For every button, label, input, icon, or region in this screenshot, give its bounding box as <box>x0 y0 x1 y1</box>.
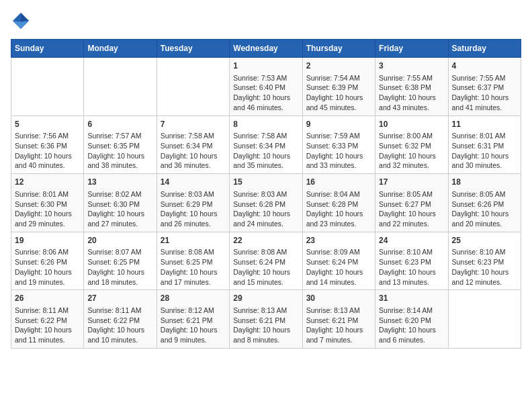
calendar-cell: 30Sunrise: 8:13 AM Sunset: 6:21 PM Dayli… <box>302 290 375 349</box>
calendar-cell: 21Sunrise: 8:08 AM Sunset: 6:25 PM Dayli… <box>157 232 229 290</box>
calendar-cell: 31Sunrise: 8:14 AM Sunset: 6:20 PM Dayli… <box>375 290 448 349</box>
calendar-cell <box>84 58 157 116</box>
day-number: 28 <box>161 293 226 304</box>
calendar-cell: 5Sunrise: 7:56 AM Sunset: 6:36 PM Daylig… <box>11 116 84 174</box>
day-number: 18 <box>452 177 517 188</box>
day-info: Sunrise: 7:59 AM Sunset: 6:33 PM Dayligh… <box>306 131 371 171</box>
calendar-week-2: 5Sunrise: 7:56 AM Sunset: 6:36 PM Daylig… <box>11 116 521 174</box>
header-friday: Friday <box>375 40 448 58</box>
day-number: 7 <box>161 119 226 130</box>
day-info: Sunrise: 8:08 AM Sunset: 6:24 PM Dayligh… <box>233 247 298 287</box>
calendar-cell: 18Sunrise: 8:05 AM Sunset: 6:26 PM Dayli… <box>448 174 521 232</box>
calendar-cell: 17Sunrise: 8:05 AM Sunset: 6:27 PM Dayli… <box>375 174 448 232</box>
header-thursday: Thursday <box>302 40 375 58</box>
calendar-cell: 15Sunrise: 8:03 AM Sunset: 6:28 PM Dayli… <box>230 174 302 232</box>
day-info: Sunrise: 8:05 AM Sunset: 6:26 PM Dayligh… <box>452 189 517 229</box>
calendar-cell: 26Sunrise: 8:11 AM Sunset: 6:22 PM Dayli… <box>11 290 84 349</box>
day-info: Sunrise: 7:55 AM Sunset: 6:38 PM Dayligh… <box>379 73 444 113</box>
day-number: 8 <box>233 119 298 130</box>
calendar-cell <box>448 290 521 349</box>
calendar-week-3: 12Sunrise: 8:01 AM Sunset: 6:30 PM Dayli… <box>11 174 521 232</box>
day-info: Sunrise: 8:00 AM Sunset: 6:32 PM Dayligh… <box>379 131 444 171</box>
day-info: Sunrise: 8:02 AM Sunset: 6:30 PM Dayligh… <box>87 189 152 229</box>
day-info: Sunrise: 8:12 AM Sunset: 6:21 PM Dayligh… <box>161 306 226 345</box>
day-number: 11 <box>452 119 517 130</box>
calendar-cell: 27Sunrise: 8:11 AM Sunset: 6:22 PM Dayli… <box>84 290 157 349</box>
day-info: Sunrise: 8:01 AM Sunset: 6:31 PM Dayligh… <box>452 131 517 171</box>
day-number: 15 <box>233 177 298 188</box>
calendar-week-1: 1Sunrise: 7:53 AM Sunset: 6:40 PM Daylig… <box>11 58 521 116</box>
day-number: 27 <box>87 293 152 304</box>
day-number: 23 <box>306 235 371 246</box>
day-info: Sunrise: 7:58 AM Sunset: 6:34 PM Dayligh… <box>233 131 298 171</box>
day-info: Sunrise: 7:57 AM Sunset: 6:35 PM Dayligh… <box>87 131 152 171</box>
calendar-header-row: SundayMondayTuesdayWednesdayThursdayFrid… <box>11 40 521 58</box>
calendar-cell: 22Sunrise: 8:08 AM Sunset: 6:24 PM Dayli… <box>230 232 302 290</box>
day-number: 31 <box>379 293 444 304</box>
day-info: Sunrise: 8:07 AM Sunset: 6:25 PM Dayligh… <box>87 247 152 287</box>
calendar-table: SundayMondayTuesdayWednesdayThursdayFrid… <box>11 39 521 349</box>
page-header <box>11 11 521 31</box>
day-info: Sunrise: 8:10 AM Sunset: 6:23 PM Dayligh… <box>452 247 517 287</box>
day-info: Sunrise: 8:06 AM Sunset: 6:26 PM Dayligh… <box>15 247 80 287</box>
day-number: 25 <box>452 235 517 246</box>
logo-icon <box>11 11 31 31</box>
calendar-cell <box>11 58 84 116</box>
day-number: 5 <box>15 119 80 130</box>
calendar-cell: 4Sunrise: 7:55 AM Sunset: 6:37 PM Daylig… <box>448 58 521 116</box>
day-info: Sunrise: 8:14 AM Sunset: 6:20 PM Dayligh… <box>379 306 444 345</box>
calendar-cell: 12Sunrise: 8:01 AM Sunset: 6:30 PM Dayli… <box>11 174 84 232</box>
calendar-cell: 29Sunrise: 8:13 AM Sunset: 6:21 PM Dayli… <box>230 290 302 349</box>
day-info: Sunrise: 8:11 AM Sunset: 6:22 PM Dayligh… <box>15 306 80 345</box>
day-number: 22 <box>233 235 298 246</box>
svg-marker-1 <box>21 13 29 22</box>
calendar-cell: 8Sunrise: 7:58 AM Sunset: 6:34 PM Daylig… <box>230 116 302 174</box>
day-info: Sunrise: 8:05 AM Sunset: 6:27 PM Dayligh… <box>379 189 444 229</box>
day-number: 24 <box>379 235 444 246</box>
day-info: Sunrise: 8:04 AM Sunset: 6:28 PM Dayligh… <box>306 189 371 229</box>
day-number: 19 <box>15 235 80 246</box>
day-number: 21 <box>161 235 226 246</box>
day-number: 30 <box>306 293 371 304</box>
calendar-cell: 28Sunrise: 8:12 AM Sunset: 6:21 PM Dayli… <box>157 290 229 349</box>
calendar-cell: 23Sunrise: 8:09 AM Sunset: 6:24 PM Dayli… <box>302 232 375 290</box>
day-number: 1 <box>233 60 298 72</box>
calendar-cell: 10Sunrise: 8:00 AM Sunset: 6:32 PM Dayli… <box>375 116 448 174</box>
calendar-cell: 2Sunrise: 7:54 AM Sunset: 6:39 PM Daylig… <box>302 58 375 116</box>
day-number: 20 <box>87 235 152 246</box>
header-saturday: Saturday <box>448 40 521 58</box>
header-tuesday: Tuesday <box>157 40 229 58</box>
day-info: Sunrise: 7:58 AM Sunset: 6:34 PM Dayligh… <box>161 131 226 171</box>
day-info: Sunrise: 7:53 AM Sunset: 6:40 PM Dayligh… <box>233 73 298 113</box>
day-info: Sunrise: 8:03 AM Sunset: 6:29 PM Dayligh… <box>161 189 226 229</box>
header-wednesday: Wednesday <box>230 40 302 58</box>
calendar-cell: 24Sunrise: 8:10 AM Sunset: 6:23 PM Dayli… <box>375 232 448 290</box>
calendar-cell: 20Sunrise: 8:07 AM Sunset: 6:25 PM Dayli… <box>84 232 157 290</box>
calendar-cell <box>157 58 229 116</box>
calendar-cell: 19Sunrise: 8:06 AM Sunset: 6:26 PM Dayli… <box>11 232 84 290</box>
day-number: 2 <box>306 60 371 72</box>
day-info: Sunrise: 8:03 AM Sunset: 6:28 PM Dayligh… <box>233 189 298 229</box>
day-info: Sunrise: 8:08 AM Sunset: 6:25 PM Dayligh… <box>161 247 226 287</box>
svg-marker-2 <box>13 21 29 29</box>
day-number: 3 <box>379 60 444 72</box>
calendar-week-4: 19Sunrise: 8:06 AM Sunset: 6:26 PM Dayli… <box>11 232 521 290</box>
day-info: Sunrise: 7:56 AM Sunset: 6:36 PM Dayligh… <box>15 131 80 171</box>
header-monday: Monday <box>84 40 157 58</box>
day-number: 4 <box>452 60 517 72</box>
logo <box>11 11 34 31</box>
day-info: Sunrise: 8:01 AM Sunset: 6:30 PM Dayligh… <box>15 189 80 229</box>
day-info: Sunrise: 8:09 AM Sunset: 6:24 PM Dayligh… <box>306 247 371 287</box>
day-number: 16 <box>306 177 371 188</box>
day-number: 14 <box>161 177 226 188</box>
day-info: Sunrise: 7:54 AM Sunset: 6:39 PM Dayligh… <box>306 73 371 113</box>
day-number: 29 <box>233 293 298 304</box>
calendar-cell: 11Sunrise: 8:01 AM Sunset: 6:31 PM Dayli… <box>448 116 521 174</box>
calendar-cell: 14Sunrise: 8:03 AM Sunset: 6:29 PM Dayli… <box>157 174 229 232</box>
calendar-cell: 25Sunrise: 8:10 AM Sunset: 6:23 PM Dayli… <box>448 232 521 290</box>
day-number: 13 <box>87 177 152 188</box>
day-info: Sunrise: 8:13 AM Sunset: 6:21 PM Dayligh… <box>306 306 371 345</box>
calendar-cell: 3Sunrise: 7:55 AM Sunset: 6:38 PM Daylig… <box>375 58 448 116</box>
day-number: 26 <box>15 293 80 304</box>
day-number: 10 <box>379 119 444 130</box>
